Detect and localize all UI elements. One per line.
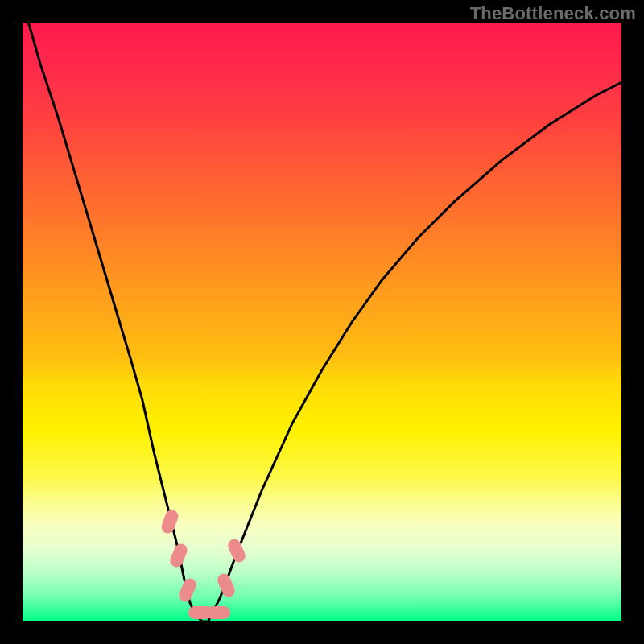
- bottleneck-curve: [23, 23, 621, 621]
- chart-frame: TheBottleneck.com: [0, 0, 644, 644]
- watermark-text: TheBottleneck.com: [470, 3, 636, 24]
- marker-pill: [206, 606, 230, 619]
- curve-path: [28, 23, 621, 621]
- plot-area: [23, 23, 621, 621]
